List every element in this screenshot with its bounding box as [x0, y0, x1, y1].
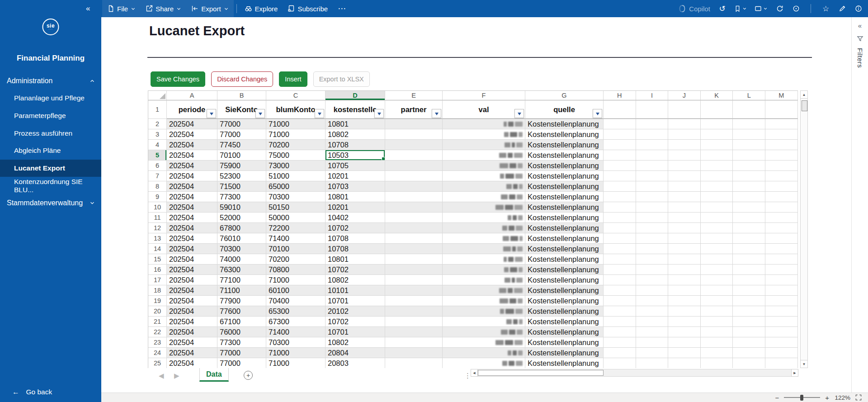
cell-L8[interactable] [733, 181, 765, 192]
cell-E16[interactable] [385, 265, 443, 275]
cell-H1[interactable] [604, 100, 636, 119]
cell-I14[interactable] [636, 244, 669, 254]
cell-M8[interactable] [765, 181, 798, 192]
cell-F16[interactable] [443, 265, 525, 275]
cell-F2[interactable] [443, 119, 525, 129]
cell-B25[interactable]: 77000 [217, 358, 266, 369]
cell-K6[interactable] [701, 161, 733, 171]
filter-button-kostenstelle[interactable] [374, 109, 384, 118]
cell-L22[interactable] [733, 327, 765, 337]
cell-G9[interactable]: Kostenstellenplanung [525, 192, 604, 202]
cell-I4[interactable] [636, 140, 669, 150]
cell-K13[interactable] [701, 233, 733, 244]
filter-button-val[interactable] [514, 109, 524, 118]
cell-E6[interactable] [385, 161, 443, 171]
cell-F5[interactable] [443, 150, 525, 161]
cell-I2[interactable] [636, 119, 669, 129]
cell-L2[interactable] [733, 119, 765, 129]
comments-icon[interactable] [792, 5, 800, 13]
cell-K25[interactable] [701, 358, 733, 369]
cell-I7[interactable] [636, 171, 669, 181]
cell-J14[interactable] [668, 244, 701, 254]
cell-K3[interactable] [701, 129, 733, 140]
cell-C17[interactable]: 71000 [266, 275, 326, 285]
save-changes-button[interactable]: Save Changes [151, 71, 205, 87]
row-header-22[interactable]: 22 [148, 327, 167, 337]
scroll-right-button[interactable]: ▶ [791, 369, 798, 377]
cell-G22[interactable]: Kostenstellenplanung [525, 327, 604, 337]
cell-C6[interactable]: 73000 [266, 161, 326, 171]
cell-G5[interactable]: Kostenstellenplanung [525, 150, 604, 161]
row-header-18[interactable]: 18 [148, 285, 167, 296]
cell-A23[interactable]: 202504 [167, 337, 217, 348]
nav-section-administration[interactable]: Administration [7, 75, 95, 87]
cell-K2[interactable] [701, 119, 733, 129]
cell-J23[interactable] [668, 337, 701, 348]
expand-filters-icon[interactable]: « [858, 22, 862, 29]
cell-D21[interactable]: 10702 [326, 317, 385, 327]
filter-button-periode[interactable] [207, 109, 216, 118]
cell-E25[interactable] [385, 358, 443, 369]
cell-C16[interactable]: 70800 [266, 265, 326, 275]
cell-E18[interactable] [385, 285, 443, 296]
cell-K1[interactable] [701, 100, 733, 119]
filter-button-partner[interactable] [432, 109, 441, 118]
cell-J25[interactable] [668, 358, 701, 369]
edit-pencil-icon[interactable] [838, 5, 846, 13]
column-header-C[interactable]: C [266, 91, 326, 100]
cell-C20[interactable]: 65300 [266, 306, 326, 317]
cell-I5[interactable] [636, 150, 669, 161]
cell-G20[interactable]: Kostenstellenplanung [525, 306, 604, 317]
column-header-D[interactable]: D [326, 91, 385, 100]
cell-D19[interactable]: 10701 [326, 296, 385, 306]
cell-L18[interactable] [733, 285, 765, 296]
sidebar-item-kontenzuordnung[interactable]: Kontenzuordnung SIE BLU... [0, 177, 101, 194]
cell-I6[interactable] [636, 161, 669, 171]
cell-A13[interactable]: 202504 [167, 233, 217, 244]
cell-G23[interactable]: Kostenstellenplanung [525, 337, 604, 348]
cell-D16[interactable]: 10702 [326, 265, 385, 275]
column-header-I[interactable]: I [636, 91, 669, 100]
cell-G6[interactable]: Kostenstellenplanung [525, 161, 604, 171]
cell-A20[interactable]: 202504 [167, 306, 217, 317]
filter-button-blumKonto[interactable] [315, 109, 324, 118]
cell-C18[interactable]: 60100 [266, 285, 326, 296]
cell-A25[interactable]: 202504 [167, 358, 217, 369]
cell-J9[interactable] [668, 192, 701, 202]
cell-I12[interactable] [636, 223, 669, 233]
next-sheet-button[interactable]: ▶ [174, 368, 179, 383]
sidebar-item-prozess-ausfuehren[interactable]: Prozess ausführen [0, 124, 101, 142]
cell-H5[interactable] [604, 150, 636, 161]
cell-I20[interactable] [636, 306, 669, 317]
cell-J16[interactable] [668, 265, 701, 275]
column-header-G[interactable]: G [525, 91, 604, 100]
row-header-5[interactable]: 5 [148, 150, 167, 161]
cell-A16[interactable]: 202504 [167, 265, 217, 275]
cell-C12[interactable]: 72200 [266, 223, 326, 233]
cell-M21[interactable] [765, 317, 798, 327]
share-menu[interactable]: Share [141, 0, 186, 17]
cell-C24[interactable]: 71000 [266, 348, 326, 358]
row-header-6[interactable]: 6 [148, 161, 167, 171]
cell-K21[interactable] [701, 317, 733, 327]
cell-H2[interactable] [604, 119, 636, 129]
file-menu[interactable]: File [102, 0, 141, 17]
cell-D9[interactable]: 10801 [326, 192, 385, 202]
cell-F6[interactable] [443, 161, 525, 171]
explore-button[interactable]: Explore [240, 0, 283, 17]
cell-H7[interactable] [604, 171, 636, 181]
cell-C22[interactable]: 71400 [266, 327, 326, 337]
cell-L12[interactable] [733, 223, 765, 233]
column-header-F[interactable]: F [443, 91, 525, 100]
cell-E10[interactable] [385, 202, 443, 213]
vertical-scrollbar[interactable]: ▲ ▼ [800, 90, 808, 368]
cell-M13[interactable] [765, 233, 798, 244]
cell-M14[interactable] [765, 244, 798, 254]
cell-J12[interactable] [668, 223, 701, 233]
cell-J6[interactable] [668, 161, 701, 171]
cell-F7[interactable] [443, 171, 525, 181]
cell-E22[interactable] [385, 327, 443, 337]
cell-M10[interactable] [765, 202, 798, 213]
row-header-25[interactable]: 25 [148, 358, 167, 369]
cell-M5[interactable] [765, 150, 798, 161]
